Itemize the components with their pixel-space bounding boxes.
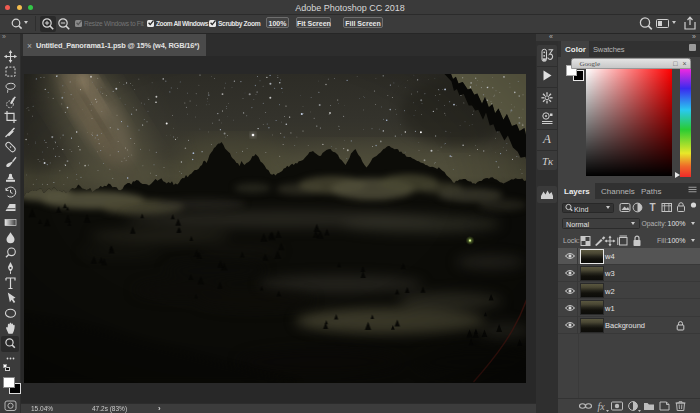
svg-text:fx: fx bbox=[597, 400, 605, 411]
svg-text:A: A bbox=[542, 131, 551, 146]
svg-text:Tᴋ: Tᴋ bbox=[542, 155, 554, 167]
svg-text:T: T bbox=[649, 202, 655, 213]
